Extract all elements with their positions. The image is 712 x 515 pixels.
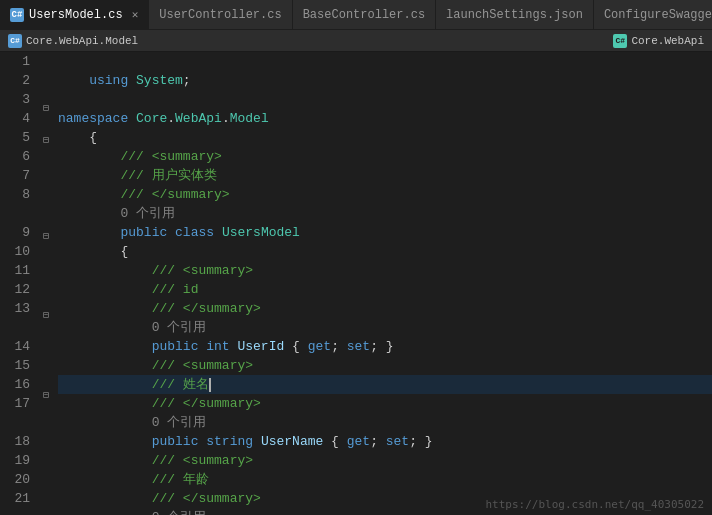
line-num-21: 21 bbox=[0, 489, 30, 508]
line-num-17: 17 bbox=[0, 394, 30, 413]
fold-14 bbox=[38, 292, 54, 308]
code-line-6: /// <summary> bbox=[58, 147, 712, 166]
tab-close-button[interactable]: ✕ bbox=[132, 8, 139, 21]
fold-6[interactable]: ⊟ bbox=[38, 132, 54, 148]
fold-13r bbox=[38, 276, 54, 292]
fold-12 bbox=[38, 244, 54, 260]
line-num-12: 12 bbox=[0, 280, 30, 299]
tab-label: launchSettings.json bbox=[446, 8, 583, 22]
breadcrumb-left-text: Core.WebApi.Model bbox=[26, 35, 138, 47]
code-line-14: public int UserId { get; set; } bbox=[58, 337, 712, 356]
code-line-17: /// </summary> bbox=[58, 394, 712, 413]
code-line-3 bbox=[58, 90, 712, 109]
tab-configure-swagger[interactable]: ConfigureSwagge... bbox=[594, 0, 712, 29]
breadcrumb-left: C# Core.WebApi.Model bbox=[8, 34, 138, 48]
watermark: https://blog.csdn.net/qq_40305022 bbox=[485, 498, 704, 511]
tab-label: ConfigureSwagge... bbox=[604, 8, 712, 22]
line-num-13: 13 bbox=[0, 299, 30, 318]
code-line-12: /// id bbox=[58, 280, 712, 299]
tab-base-controller[interactable]: BaseController.cs bbox=[293, 0, 436, 29]
fold-2 bbox=[38, 68, 54, 84]
breadcrumb-right: C# Core.WebApi bbox=[613, 34, 704, 48]
line-num-13r bbox=[0, 318, 30, 337]
line-num-17r bbox=[0, 413, 30, 432]
fold-25 bbox=[38, 499, 54, 515]
line-numbers: 1 2 3 4 5 6 7 8 9 10 11 12 13 14 15 16 1… bbox=[0, 52, 38, 515]
code-line-19: /// <summary> bbox=[58, 451, 712, 470]
tab-bar: C# UsersModel.cs ✕ UserController.cs Bas… bbox=[0, 0, 712, 30]
code-content[interactable]: using System; namespace Core.WebApi.Mode… bbox=[54, 52, 712, 515]
tab-label: UserController.cs bbox=[159, 8, 281, 22]
line-num-1: 1 bbox=[0, 52, 30, 71]
text-cursor bbox=[209, 378, 211, 392]
line-num-15: 15 bbox=[0, 356, 30, 375]
line-num-5: 5 bbox=[0, 128, 30, 147]
line-num-2: 2 bbox=[0, 71, 30, 90]
fold-3 bbox=[38, 84, 54, 100]
fold-1 bbox=[38, 52, 54, 68]
line-num-10: 10 bbox=[0, 242, 30, 261]
line-num-8: 8 bbox=[0, 185, 30, 204]
code-line-20: /// 年龄 bbox=[58, 470, 712, 489]
line-num-14: 14 bbox=[0, 337, 30, 356]
line-num-19: 19 bbox=[0, 451, 30, 470]
tab-launch-settings[interactable]: launchSettings.json bbox=[436, 0, 594, 29]
fold-10 bbox=[38, 212, 54, 228]
fold-8 bbox=[38, 164, 54, 180]
fold-8r bbox=[38, 180, 54, 196]
code-line-9: public class UsersModel bbox=[58, 223, 712, 242]
fold-22 bbox=[38, 451, 54, 467]
code-line-17-ref: 0 个引用 bbox=[58, 413, 712, 432]
fold-16 bbox=[38, 323, 54, 339]
code-line-7: /// 用户实体类 bbox=[58, 166, 712, 185]
breadcrumb-bar: C# Core.WebApi.Model C# Core.WebApi bbox=[0, 30, 712, 52]
fold-gutter: ⊟ ⊟ ⊟ ⊟ ⊟ bbox=[38, 52, 54, 515]
breadcrumb-left-icon: C# bbox=[8, 34, 22, 48]
fold-23 bbox=[38, 467, 54, 483]
line-num-7: 7 bbox=[0, 166, 30, 185]
breadcrumb-right-text: Core.WebApi bbox=[631, 35, 704, 47]
breadcrumb-right-icon: C# bbox=[613, 34, 627, 48]
fold-17r bbox=[38, 355, 54, 371]
line-num-6: 6 bbox=[0, 147, 30, 166]
line-num-9: 9 bbox=[0, 223, 30, 242]
line-num-11: 11 bbox=[0, 261, 30, 280]
code-line-2: using System; bbox=[58, 71, 712, 90]
fold-11[interactable]: ⊟ bbox=[38, 228, 54, 244]
line-num-4: 4 bbox=[0, 109, 30, 128]
tab-users-model[interactable]: C# UsersModel.cs ✕ bbox=[0, 0, 149, 29]
fold-20 bbox=[38, 403, 54, 419]
line-num-20: 20 bbox=[0, 470, 30, 489]
fold-19[interactable]: ⊟ bbox=[38, 387, 54, 403]
code-line-18: public string UserName { get; set; } bbox=[58, 432, 712, 451]
code-line-8: /// </summary> bbox=[58, 185, 712, 204]
line-num-16: 16 bbox=[0, 375, 30, 394]
code-line-15: /// <summary> bbox=[58, 356, 712, 375]
fold-18 bbox=[38, 371, 54, 387]
code-line-5: { bbox=[58, 128, 712, 147]
line-num-8r bbox=[0, 204, 30, 223]
code-line-11: /// <summary> bbox=[58, 261, 712, 280]
fold-5 bbox=[38, 116, 54, 132]
fold-13 bbox=[38, 260, 54, 276]
cs-icon: C# bbox=[10, 8, 24, 22]
code-line-16: /// 姓名 bbox=[58, 375, 712, 394]
line-num-21r bbox=[0, 508, 30, 515]
fold-15[interactable]: ⊟ bbox=[38, 308, 54, 324]
tab-label: BaseController.cs bbox=[303, 8, 425, 22]
code-line-8-ref: 0 个引用 bbox=[58, 204, 712, 223]
code-lines: using System; namespace Core.WebApi.Mode… bbox=[54, 52, 712, 515]
fold-7 bbox=[38, 148, 54, 164]
code-area: 1 2 3 4 5 6 7 8 9 10 11 12 13 14 15 16 1… bbox=[0, 52, 712, 515]
line-num-18: 18 bbox=[0, 432, 30, 451]
code-line-10: { bbox=[58, 242, 712, 261]
tab-user-controller[interactable]: UserController.cs bbox=[149, 0, 292, 29]
fold-21 bbox=[38, 419, 54, 435]
fold-21r bbox=[38, 435, 54, 451]
code-line-4: namespace Core.WebApi.Model bbox=[58, 109, 712, 128]
fold-17 bbox=[38, 339, 54, 355]
code-line-1 bbox=[58, 52, 712, 71]
line-num-3: 3 bbox=[0, 90, 30, 109]
fold-4[interactable]: ⊟ bbox=[38, 100, 54, 116]
tab-label: UsersModel.cs bbox=[29, 8, 123, 22]
